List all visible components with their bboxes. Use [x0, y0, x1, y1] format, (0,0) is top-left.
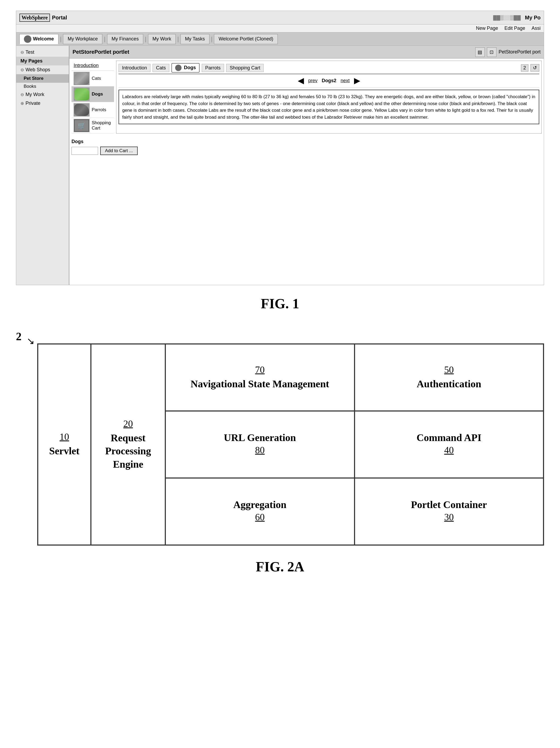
- portlet-header: PetStorePortlet portlet ▤ ⊡ PetStorePort…: [69, 46, 544, 59]
- portlet-title-right: PetStorePortlet port: [498, 49, 541, 55]
- sidebar-item-test[interactable]: ⊖ Test: [16, 48, 69, 57]
- my-pages-label: My Pages: [21, 58, 43, 64]
- cats-image: [74, 72, 90, 85]
- tab-my-work[interactable]: My Work: [148, 34, 176, 44]
- portal-tabs: Welcome | My Workplace | My Finances | M…: [16, 32, 544, 46]
- parrots-image: [74, 103, 90, 117]
- auth-label: Authentication: [417, 377, 481, 391]
- sidebar-my-pages[interactable]: My Pages: [16, 57, 69, 66]
- edit-page-link[interactable]: Edit Page: [505, 26, 525, 31]
- sidebar-pet-store[interactable]: Pet Store: [16, 74, 69, 83]
- diagram-arrow-icon: ↘: [27, 335, 34, 347]
- topbar-left: WebSphere Portal: [19, 14, 67, 22]
- inner-tab-cats[interactable]: Cats: [152, 64, 169, 72]
- dogs-tab-icon: [175, 65, 181, 71]
- tab-sep-5: |: [211, 36, 213, 43]
- new-page-link[interactable]: New Page: [476, 26, 498, 31]
- cart-img-art: 🛒: [74, 119, 89, 132]
- inner-tab-dogs[interactable]: Dogs: [171, 63, 200, 73]
- nav-state-number: 70: [255, 364, 265, 375]
- expand-icon-webshops: ⊖: [21, 67, 24, 72]
- request-cell: 20 Request Processing Engine: [91, 344, 165, 545]
- sidebar-web-shops[interactable]: ⊖ Web Shops: [16, 66, 69, 74]
- inner-tab-intro-label: Introduction: [122, 65, 147, 70]
- next-link[interactable]: next: [341, 78, 350, 84]
- assi-link[interactable]: Assi: [532, 26, 541, 31]
- sidebar-private[interactable]: ⊕ Private: [16, 99, 69, 108]
- sidebar-my-work[interactable]: ⊖ My Work: [16, 90, 69, 99]
- portlet-nav-cats-label: Cats: [92, 76, 101, 81]
- portlet-nav-introduction[interactable]: Introduction: [72, 61, 114, 71]
- description-text: Labradors are relatively large with male…: [122, 93, 536, 120]
- dogs-section-label: Dogs: [72, 139, 542, 144]
- expand-icon-private: ⊕: [21, 101, 24, 106]
- cart-quantity-input[interactable]: [72, 147, 98, 155]
- add-to-cart-button[interactable]: Add to Cart ...: [100, 146, 138, 155]
- tab-welcome-label: Welcome: [33, 36, 54, 42]
- portlet-nav-shopping-cart[interactable]: 🛒 Shopping Cart: [72, 118, 114, 134]
- portlet-container-cell: Portlet Container 30: [355, 478, 544, 545]
- tab-sep-2: |: [104, 36, 105, 43]
- next-arrow[interactable]: ▶: [354, 76, 360, 85]
- aggregation-number: 60: [255, 512, 265, 523]
- portal-content: PetStorePortlet portlet ▤ ⊡ PetStorePort…: [69, 46, 544, 285]
- tab-my-workplace[interactable]: My Workplace: [63, 34, 102, 44]
- portal-nav2: New Page Edit Page Assi: [16, 24, 544, 32]
- inner-tab-shopping-cart[interactable]: Shopping Cart: [226, 64, 264, 72]
- middle-right-col: 70 Navigational State Management URL Gen…: [165, 344, 355, 545]
- tab-my-tasks[interactable]: My Tasks: [180, 34, 210, 44]
- url-gen-number: 80: [255, 444, 265, 455]
- topbar-right: ▓▓▒░░▒▓▓ My Po: [493, 15, 541, 21]
- tab-welcome-portlet-cloned[interactable]: Welcome Portlet (Cloned): [214, 34, 278, 44]
- portlet-nav-dogs-label: Dogs: [92, 92, 103, 97]
- portlet-nav-dogs[interactable]: Dogs: [72, 87, 114, 102]
- url-gen-label: URL Generation: [224, 431, 296, 444]
- nav-controls: ◀ prev Dogs2 next ▶: [119, 76, 539, 88]
- portlet-icon-2[interactable]: ⊡: [487, 47, 496, 57]
- inner-tab-introduction[interactable]: Introduction: [119, 64, 150, 72]
- tab-my-workplace-label: My Workplace: [68, 36, 98, 42]
- prev-arrow[interactable]: ◀: [298, 76, 304, 85]
- sidebar-books[interactable]: Books: [16, 83, 69, 90]
- command-api-label: Command API: [416, 431, 481, 444]
- right-columns: 70 Navigational State Management URL Gen…: [165, 344, 543, 545]
- shopping-cart-image: 🛒: [74, 119, 90, 132]
- portlet-nav-parrots[interactable]: Parrots: [72, 102, 114, 118]
- dogs-section: Dogs Add to Cart ...: [69, 136, 544, 158]
- tab-sep-1: |: [60, 36, 62, 43]
- prev-link[interactable]: prev: [308, 78, 317, 84]
- fig2-label: FIG. 2A: [0, 545, 560, 596]
- portlet-nav-cats[interactable]: Cats: [72, 71, 114, 87]
- parrots-img-art: [74, 104, 89, 116]
- portlet-left-nav: Introduction Cats Dogs: [72, 61, 114, 134]
- sidebar-test-label: Test: [25, 49, 34, 55]
- dogs-img-art: [74, 88, 89, 100]
- portlet-title: PetStorePortlet portlet: [73, 49, 129, 55]
- portlet-container-number: 30: [444, 512, 454, 523]
- tab-my-tasks-label: My Tasks: [185, 36, 205, 42]
- command-api-number: 40: [444, 444, 454, 455]
- request-number: 20: [123, 418, 133, 429]
- portlet-actions: ▤ ⊡ PetStorePortlet port: [475, 47, 541, 57]
- diagram-wrapper: 2 ↘ 10 Servlet 20 Request Processing Eng…: [37, 344, 544, 545]
- diagram-grid: 10 Servlet 20 Request Processing Engine …: [37, 344, 544, 545]
- inner-tab-parrots[interactable]: Parrots: [202, 64, 224, 72]
- nav-icon[interactable]: ↺: [531, 64, 539, 72]
- aggregation-cell: Aggregation 60: [165, 478, 355, 545]
- aggregation-label: Aggregation: [233, 498, 287, 511]
- expand-icon-mywork: ⊖: [21, 92, 24, 97]
- sidebar-books-label: Books: [24, 84, 36, 89]
- portlet-nav-parrots-label: Parrots: [92, 107, 106, 113]
- tab-my-finances[interactable]: My Finances: [107, 34, 143, 44]
- expand-icon: ⊖: [21, 50, 24, 55]
- tab-sep-3: |: [145, 36, 146, 43]
- portlet-icon-1[interactable]: ▤: [475, 47, 485, 57]
- portal-label: Portal: [52, 15, 67, 21]
- tab-welcome[interactable]: Welcome: [19, 34, 58, 44]
- nav-state-label: Navigational State Management: [191, 377, 329, 391]
- inner-tab-parrots-label: Parrots: [205, 65, 221, 70]
- servlet-cell: 10 Servlet: [38, 344, 91, 545]
- portal-main: ⊖ Test My Pages ⊖ Web Shops Pet Store Bo…: [16, 46, 544, 285]
- command-api-cell: Command API 40: [355, 411, 544, 478]
- inner-tab-shopping-cart-label: Shopping Cart: [229, 65, 260, 70]
